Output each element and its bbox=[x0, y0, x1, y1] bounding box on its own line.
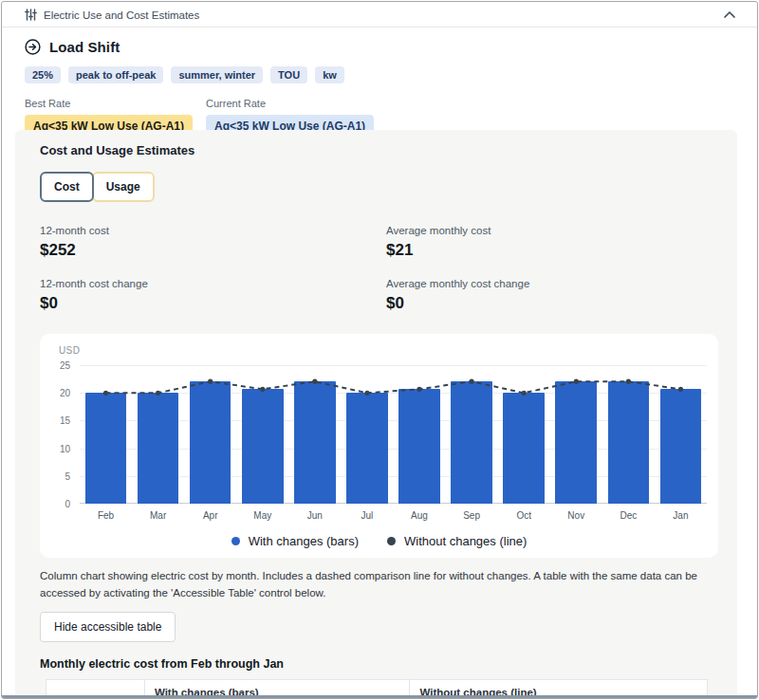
x-tick-label: Oct bbox=[498, 510, 550, 521]
legend-dot-icon bbox=[231, 537, 240, 545]
chip: TOU bbox=[270, 66, 307, 83]
chip: 25% bbox=[25, 66, 61, 83]
y-tick-label: 5 bbox=[65, 470, 70, 481]
stat-label: 12-month cost change bbox=[40, 278, 386, 289]
x-tick-label: Mar bbox=[132, 510, 184, 521]
panel-title: Electric Use and Cost Estimates bbox=[44, 9, 199, 21]
legend-label: With changes (bars) bbox=[249, 534, 359, 548]
chart-card: USD 0510152025 FebMarAprMayJunJulAugSepO… bbox=[40, 334, 718, 558]
chart-y-axis: 0510152025 bbox=[51, 365, 72, 504]
chart-x-axis: FebMarAprMayJunJulAugSepOctNovDecJan bbox=[80, 510, 707, 521]
arrow-right-circle-icon[interactable] bbox=[25, 39, 41, 55]
x-tick-label: Dec bbox=[602, 510, 655, 521]
panel-header: Electric Use and Cost Estimates bbox=[2, 2, 757, 28]
current-rate-label: Current Rate bbox=[206, 98, 374, 109]
sliders-icon bbox=[25, 9, 37, 21]
x-tick-label: Jun bbox=[288, 510, 341, 521]
x-tick-label: Jan bbox=[655, 510, 707, 521]
stat-value: $0 bbox=[386, 294, 718, 313]
hide-accessible-table-button[interactable]: Hide accessible table bbox=[40, 612, 176, 642]
chart-legend: With changes (bars)Without changes (line… bbox=[40, 534, 718, 548]
tab-cost[interactable]: Cost bbox=[40, 172, 94, 202]
stat-label: Average monthly cost bbox=[386, 225, 718, 236]
y-tick-label: 25 bbox=[60, 360, 70, 371]
stat-value: $252 bbox=[40, 241, 386, 260]
accessible-table-title: Monthly electric cost from Feb through J… bbox=[40, 657, 718, 671]
chart-description: Column chart showing electric cost by mo… bbox=[40, 567, 718, 602]
stat: 12-month cost change$0 bbox=[40, 278, 386, 313]
stats-grid: 12-month cost$252Average monthly cost$21… bbox=[40, 225, 718, 313]
chart-plot-area bbox=[80, 365, 707, 504]
legend-dot-icon bbox=[387, 537, 396, 545]
chip: kw bbox=[315, 66, 344, 83]
legend-label: Without changes (line) bbox=[404, 534, 527, 548]
chart-body: 0510152025 FebMarAprMayJunJulAugSepOctNo… bbox=[51, 365, 707, 521]
x-tick-label: Sep bbox=[446, 510, 498, 521]
load-shift-header: Load Shift bbox=[25, 39, 734, 55]
chip: summer, winter bbox=[171, 66, 263, 83]
parameter-chips: 25%peak to off-peaksummer, winterTOUkw bbox=[25, 66, 734, 83]
best-rate-label: Best Rate bbox=[25, 98, 193, 109]
cost-usage-estimates-panel: Cost and Usage Estimates Cost Usage 12-m… bbox=[15, 130, 737, 698]
x-tick-label: Aug bbox=[393, 510, 445, 521]
bottom-edge-band bbox=[2, 695, 757, 698]
chart-dashed-line bbox=[80, 365, 707, 504]
y-tick-label: 0 bbox=[65, 499, 70, 509]
x-tick-label: Apr bbox=[184, 510, 236, 521]
y-tick-label: 10 bbox=[60, 443, 70, 453]
cost-usage-toggle: Cost Usage bbox=[40, 172, 155, 202]
chip: peak to off-peak bbox=[68, 66, 163, 83]
tab-usage[interactable]: Usage bbox=[92, 172, 155, 202]
x-tick-label: Feb bbox=[80, 510, 132, 521]
estimates-title: Cost and Usage Estimates bbox=[40, 143, 718, 157]
x-tick-label: Nov bbox=[550, 510, 602, 521]
y-tick-label: 20 bbox=[60, 388, 70, 398]
legend-item: With changes (bars) bbox=[231, 534, 359, 548]
stat-value: $0 bbox=[40, 294, 386, 313]
stat-label: Average monthly cost change bbox=[386, 278, 718, 289]
stat-label: 12-month cost bbox=[40, 225, 386, 236]
electric-use-panel: Electric Use and Cost Estimates Load Shi… bbox=[1, 1, 758, 699]
chart-unit-label: USD bbox=[59, 345, 718, 356]
stat: Average monthly cost change$0 bbox=[386, 278, 718, 313]
load-shift-title: Load Shift bbox=[49, 39, 120, 55]
stat: 12-month cost$252 bbox=[40, 225, 386, 260]
x-tick-label: Jul bbox=[341, 510, 393, 521]
y-tick-label: 15 bbox=[60, 415, 70, 426]
x-tick-label: May bbox=[236, 510, 288, 521]
stat: Average monthly cost$21 bbox=[386, 225, 718, 260]
collapse-chevron-up-icon[interactable] bbox=[723, 10, 736, 19]
legend-item: Without changes (line) bbox=[387, 534, 527, 548]
stat-value: $21 bbox=[386, 241, 718, 260]
